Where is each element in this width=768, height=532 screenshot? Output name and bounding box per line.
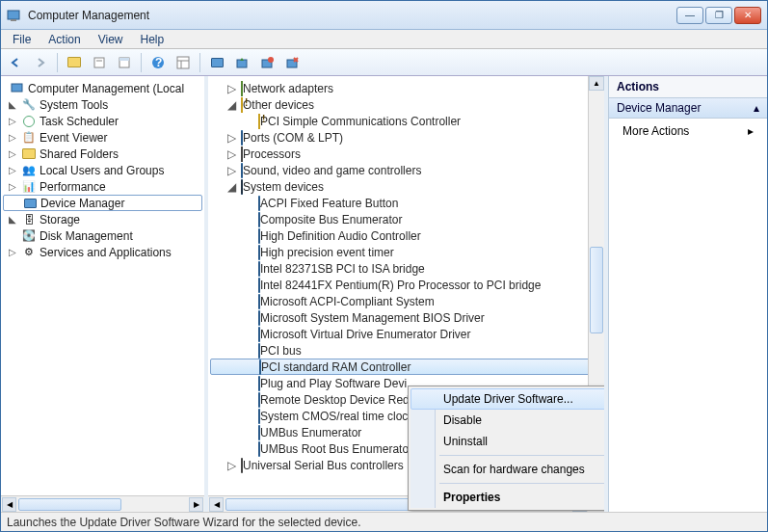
show-hide-tree-button[interactable] bbox=[64, 52, 85, 73]
close-button[interactable]: ✕ bbox=[734, 7, 761, 24]
device-item[interactable]: Intel 82371SB PCI to ISA bridge bbox=[210, 260, 602, 277]
context-menu-item[interactable]: Uninstall bbox=[410, 431, 608, 452]
scroll-thumb[interactable] bbox=[18, 498, 121, 511]
help-button[interactable]: ? bbox=[147, 52, 169, 73]
minimize-button[interactable]: — bbox=[676, 7, 703, 24]
svg-rect-15 bbox=[12, 84, 22, 92]
tree-task-scheduler[interactable]: ▷Task Scheduler bbox=[3, 113, 202, 129]
collapse-icon[interactable]: ◢ bbox=[227, 98, 241, 112]
tree-root-label: Computer Management (Local bbox=[28, 82, 184, 95]
menu-help[interactable]: Help bbox=[133, 31, 172, 48]
device-label: Microsoft ACPI-Compliant System bbox=[260, 295, 435, 308]
device-category[interactable]: ◢Other devices bbox=[210, 96, 602, 113]
tree-event-viewer[interactable]: ▷📋Event Viewer bbox=[3, 129, 202, 146]
context-menu-item[interactable]: Properties bbox=[410, 487, 608, 508]
tree-services[interactable]: ▷⚙Services and Applications bbox=[3, 244, 202, 260]
tree-label: Task Scheduler bbox=[40, 115, 119, 128]
expand-icon[interactable]: ▷ bbox=[7, 165, 18, 175]
tree-shared-folders[interactable]: ▷Shared Folders bbox=[3, 146, 202, 162]
tree-local-users[interactable]: ▷👥Local Users and Groups bbox=[3, 162, 202, 178]
collapse-icon[interactable]: ◣ bbox=[7, 99, 18, 110]
device-item[interactable]: Composite Bus Enumerator bbox=[210, 211, 602, 227]
device-label: PCI Simple Communications Controller bbox=[260, 115, 461, 128]
expand-icon[interactable]: ▷ bbox=[227, 131, 241, 145]
device-item[interactable]: PCI Simple Communications Controller bbox=[210, 113, 602, 129]
window-title: Computer Management bbox=[28, 9, 676, 22]
device-item[interactable]: ACPI Fixed Feature Button bbox=[210, 195, 602, 211]
collapse-icon[interactable]: ▴ bbox=[754, 101, 759, 115]
maximize-button[interactable]: ❐ bbox=[705, 7, 732, 24]
device-item[interactable]: High precision event timer bbox=[210, 244, 602, 260]
context-menu-item[interactable]: Update Driver Software... bbox=[410, 388, 608, 410]
expand-icon[interactable]: ▷ bbox=[7, 132, 18, 143]
console-tree[interactable]: Computer Management (Local ◣🔧System Tool… bbox=[1, 76, 204, 495]
collapse-icon[interactable]: ◣ bbox=[7, 214, 18, 225]
toolbar: ? bbox=[1, 49, 767, 76]
menu-file[interactable]: File bbox=[5, 31, 39, 48]
scroll-right-icon[interactable]: ▶ bbox=[189, 497, 203, 512]
center-pane: ▷Network adapters◢Other devicesPCI Simpl… bbox=[208, 76, 608, 512]
tree-root[interactable]: Computer Management (Local bbox=[3, 80, 202, 96]
context-menu-separator bbox=[439, 455, 608, 456]
expand-icon[interactable]: ▷ bbox=[7, 247, 18, 257]
expand-icon[interactable]: ▷ bbox=[227, 164, 241, 177]
services-icon: ⚙ bbox=[21, 245, 37, 260]
back-button[interactable] bbox=[5, 52, 26, 73]
clock-icon bbox=[21, 114, 37, 129]
scroll-left-icon[interactable]: ◀ bbox=[2, 497, 16, 512]
expand-icon[interactable]: ▷ bbox=[227, 147, 241, 161]
scroll-thumb[interactable] bbox=[590, 247, 603, 333]
menu-action[interactable]: Action bbox=[40, 31, 88, 48]
uninstall-tb-button[interactable] bbox=[281, 52, 303, 73]
context-menu-item[interactable]: Scan for hardware changes bbox=[410, 459, 608, 480]
tree-label: Device Manager bbox=[40, 197, 124, 210]
more-actions[interactable]: More Actions ▸ bbox=[609, 119, 767, 144]
device-item[interactable]: Intel 82441FX Pentium(R) Pro Processor t… bbox=[210, 277, 602, 293]
expand-icon[interactable]: ▷ bbox=[227, 459, 241, 472]
device-label: UMBus Root Bus Enumerato bbox=[260, 442, 409, 456]
update-driver-tb-button[interactable] bbox=[231, 52, 252, 73]
actions-category[interactable]: Device Manager ▴ bbox=[609, 98, 767, 119]
expand-icon[interactable]: ▷ bbox=[227, 82, 241, 95]
device-item[interactable]: High Definition Audio Controller bbox=[210, 227, 602, 244]
tree-view-button[interactable] bbox=[172, 52, 194, 73]
device-category[interactable]: ▷Ports (COM & LPT) bbox=[210, 129, 602, 146]
tree-storage[interactable]: ◣🗄Storage bbox=[3, 211, 202, 227]
toolbar-separator bbox=[199, 53, 200, 72]
device-category[interactable]: ▷Sound, video and game controllers bbox=[210, 162, 602, 178]
context-menu-item[interactable]: Disable bbox=[410, 410, 608, 431]
menu-view[interactable]: View bbox=[91, 31, 131, 48]
scan-hardware-button[interactable] bbox=[206, 52, 227, 73]
properties-button[interactable] bbox=[89, 52, 110, 73]
tree-label: Storage bbox=[40, 213, 80, 226]
device-category[interactable]: ▷Network adapters bbox=[210, 80, 602, 96]
more-actions-label: More Actions bbox=[622, 124, 689, 138]
category-label: Other devices bbox=[243, 98, 314, 112]
tree-system-tools[interactable]: ◣🔧System Tools bbox=[3, 96, 202, 113]
device-item[interactable]: Microsoft ACPI-Compliant System bbox=[210, 293, 602, 309]
left-horizontal-scrollbar[interactable]: ◀ ▶ bbox=[1, 495, 204, 512]
device-item[interactable]: PCI bus bbox=[210, 342, 602, 359]
device-item[interactable]: Microsoft System Management BIOS Driver bbox=[210, 309, 602, 326]
scroll-up-icon[interactable]: ▲ bbox=[589, 76, 604, 91]
tree-performance[interactable]: ▷📊Performance bbox=[3, 178, 202, 195]
scroll-left-icon[interactable]: ◀ bbox=[209, 497, 224, 512]
device-category[interactable]: ▷Processors bbox=[210, 146, 602, 162]
svg-rect-5 bbox=[119, 58, 129, 61]
expand-icon[interactable]: ▷ bbox=[7, 181, 18, 192]
context-menu-separator bbox=[439, 483, 608, 484]
disable-tb-button[interactable] bbox=[256, 52, 278, 73]
tree-disk-mgmt[interactable]: 💽Disk Management bbox=[3, 227, 202, 244]
expand-icon[interactable]: ▷ bbox=[7, 148, 18, 159]
export-button[interactable] bbox=[114, 52, 135, 73]
forward-button[interactable] bbox=[30, 52, 51, 73]
device-item[interactable]: PCI standard RAM Controller bbox=[210, 359, 602, 375]
collapse-icon[interactable]: ◢ bbox=[227, 180, 241, 194]
svg-rect-8 bbox=[177, 57, 189, 68]
tree-label: Disk Management bbox=[40, 229, 133, 243]
expand-icon[interactable]: ▷ bbox=[7, 116, 18, 126]
tree-device-manager[interactable]: Device Manager bbox=[3, 195, 202, 211]
device-category[interactable]: ◢System devices bbox=[210, 178, 602, 195]
category-icon bbox=[241, 180, 243, 194]
device-item[interactable]: Microsoft Virtual Drive Enumerator Drive… bbox=[210, 326, 602, 342]
